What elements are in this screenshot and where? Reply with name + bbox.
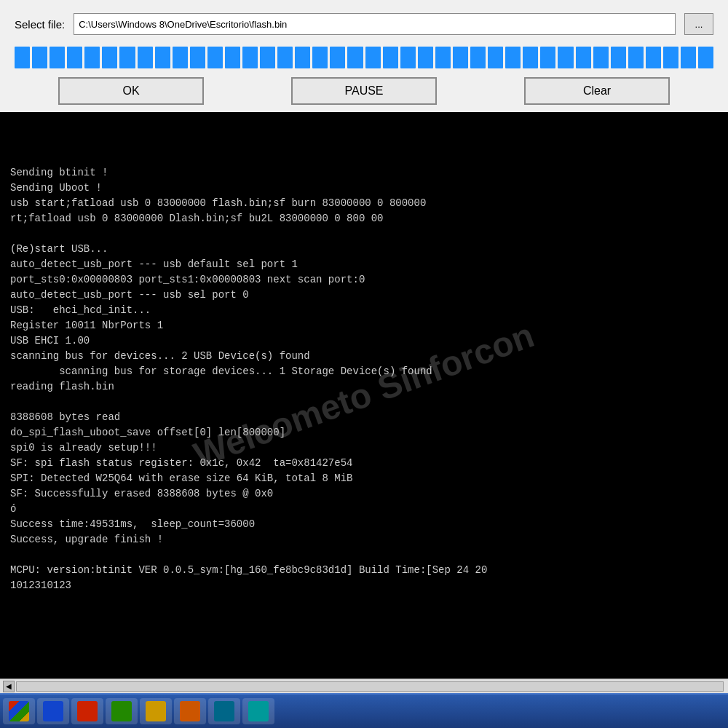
top-bar: Select file: ... bbox=[0, 0, 728, 42]
taskbar bbox=[0, 693, 728, 728]
terminal-line: rt;fatload usb 0 83000000 Dlash.bin;sf b… bbox=[10, 211, 718, 226]
terminal-line: Sending Uboot ! bbox=[10, 181, 718, 196]
terminal-line: SPI: Detected W25Q64 with erase size 64 … bbox=[10, 471, 718, 486]
taskbar-icon-8 bbox=[248, 701, 269, 721]
progress-segment bbox=[383, 47, 398, 68]
terminal-line: scanning bus for storage devices... 1 St… bbox=[10, 364, 718, 379]
progress-segment bbox=[505, 47, 521, 68]
progress-segment bbox=[173, 47, 188, 68]
terminal-line: Success, upgrade finish ! bbox=[10, 532, 718, 547]
file-path-input[interactable] bbox=[74, 13, 676, 35]
taskbar-icon-1 bbox=[9, 701, 29, 721]
pause-button[interactable]: PAUSE bbox=[291, 77, 437, 105]
taskbar-item-8[interactable] bbox=[242, 698, 274, 724]
terminal-line: 8388608 bytes read bbox=[10, 410, 718, 425]
progress-segment bbox=[242, 47, 258, 68]
progress-segment bbox=[295, 47, 310, 68]
terminal-line: port_sts0:0x00000803 port_sts1:0x0000080… bbox=[10, 272, 718, 288]
progress-segment bbox=[50, 47, 65, 68]
progress-segment bbox=[663, 47, 678, 68]
progress-segment bbox=[15, 47, 30, 68]
progress-segment bbox=[260, 47, 275, 68]
progress-segment bbox=[540, 47, 555, 68]
taskbar-icon-7 bbox=[214, 701, 234, 721]
progress-segment bbox=[470, 47, 486, 68]
terminal-line: SF: Successfully erased 8388608 bytes @ … bbox=[10, 486, 718, 502]
progress-segment bbox=[347, 47, 363, 68]
progress-segment bbox=[453, 47, 468, 68]
progress-segment bbox=[365, 47, 381, 68]
taskbar-icon-6 bbox=[180, 701, 200, 721]
terminal-line: Register 10011 NbrPorts 1 bbox=[10, 318, 718, 333]
progress-segment bbox=[277, 47, 293, 68]
progress-segment bbox=[646, 47, 661, 68]
progress-segment bbox=[330, 47, 345, 68]
progress-segment bbox=[32, 47, 47, 68]
progress-segment bbox=[418, 47, 433, 68]
progress-segment bbox=[119, 47, 135, 68]
terminal-line bbox=[10, 226, 718, 242]
buttons-row: OK PAUSE Clear bbox=[0, 71, 728, 112]
terminal-line: usb start;fatload usb 0 83000000 flash.b… bbox=[10, 196, 718, 211]
taskbar-item-3[interactable] bbox=[71, 698, 103, 724]
progress-bar-container bbox=[0, 42, 728, 71]
progress-segment bbox=[593, 47, 609, 68]
taskbar-item-2[interactable] bbox=[37, 698, 69, 724]
progress-segment bbox=[84, 47, 100, 68]
terminal-line: reading flash.bin bbox=[10, 379, 718, 395]
progress-segment bbox=[698, 47, 713, 68]
scrollbar-area: ◀ bbox=[0, 678, 728, 693]
progress-segment bbox=[558, 47, 573, 68]
terminal-line: USB EHCI 1.00 bbox=[10, 333, 718, 349]
scroll-track[interactable] bbox=[16, 681, 724, 692]
taskbar-icon-3 bbox=[77, 701, 98, 721]
ok-button[interactable]: OK bbox=[58, 77, 204, 105]
taskbar-item-6[interactable] bbox=[174, 698, 206, 724]
clear-button[interactable]: Clear bbox=[524, 77, 670, 105]
progress-segment bbox=[67, 47, 82, 68]
app-window: Select file: ... OK PAUSE Clear Welcomet… bbox=[0, 0, 728, 728]
progress-segment bbox=[611, 47, 626, 68]
taskbar-item-1[interactable] bbox=[3, 698, 35, 724]
terminal-line: auto_detect_usb_port --- usb sel port 0 bbox=[10, 288, 718, 303]
taskbar-icon-2 bbox=[43, 701, 63, 721]
progress-segment bbox=[207, 47, 223, 68]
terminal-line: 1012310123 bbox=[10, 578, 718, 593]
scroll-left-button[interactable]: ◀ bbox=[3, 681, 15, 692]
progress-segment bbox=[190, 47, 205, 68]
terminal-line: USB: ehci_hcd_init... bbox=[10, 303, 718, 318]
progress-segment bbox=[102, 47, 117, 68]
progress-segment bbox=[628, 47, 644, 68]
taskbar-item-5[interactable] bbox=[140, 698, 172, 724]
terminal-line bbox=[10, 547, 718, 563]
terminal-line: Sending btinit ! bbox=[10, 165, 718, 181]
taskbar-item-4[interactable] bbox=[106, 698, 138, 724]
select-file-label: Select file: bbox=[15, 18, 65, 31]
progress-segment bbox=[681, 47, 696, 68]
browse-button[interactable]: ... bbox=[684, 13, 713, 35]
progress-segment bbox=[435, 47, 451, 68]
terminal-line bbox=[10, 395, 718, 410]
progress-segment bbox=[312, 47, 328, 68]
terminal-line: SF: spi flash status register: 0x1c, 0x4… bbox=[10, 456, 718, 471]
progress-segment bbox=[155, 47, 170, 68]
progress-segment bbox=[225, 47, 240, 68]
progress-segment bbox=[400, 47, 416, 68]
terminal-line: do_spi_flash_uboot_save offset[0] len[80… bbox=[10, 425, 718, 440]
progress-segment bbox=[138, 47, 153, 68]
progress-segment bbox=[488, 47, 503, 68]
terminal-line: scanning bus for devices... 2 USB Device… bbox=[10, 349, 718, 364]
terminal-line: spi0 is already setup!!! bbox=[10, 440, 718, 456]
terminal-line: auto_detect_usb_port --- usb default sel… bbox=[10, 257, 718, 272]
progress-segment bbox=[576, 47, 591, 68]
terminal-line: (Re)start USB... bbox=[10, 242, 718, 257]
terminal-line: ó bbox=[10, 502, 718, 517]
terminal-line: Success time:49531ms, sleep_count=36000 bbox=[10, 517, 718, 532]
terminal-line: MCPU: version:btinit VER 0.0.5_sym:[hg_1… bbox=[10, 563, 718, 578]
taskbar-icon-5 bbox=[146, 701, 166, 721]
progress-segment bbox=[523, 47, 538, 68]
progress-bar bbox=[15, 47, 713, 68]
terminal-area[interactable]: Welcometo Sinforcon Sending btinit !Send… bbox=[0, 112, 728, 678]
taskbar-item-7[interactable] bbox=[208, 698, 240, 724]
taskbar-icon-4 bbox=[111, 701, 132, 721]
